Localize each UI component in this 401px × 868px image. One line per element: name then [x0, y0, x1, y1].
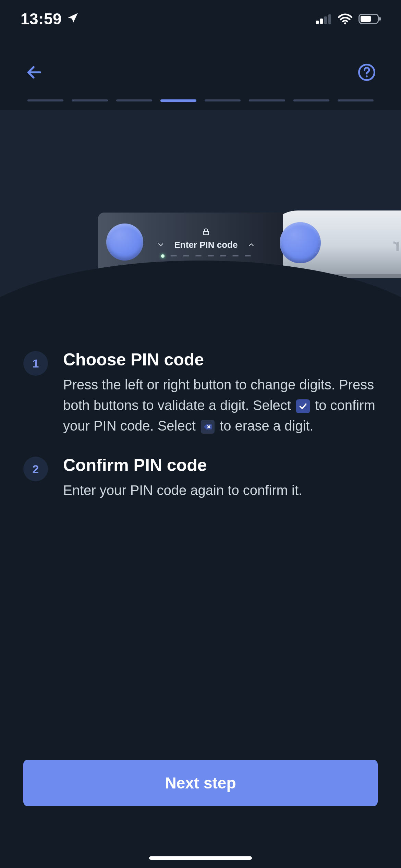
- chevron-up-icon: [247, 241, 255, 249]
- status-right: [316, 13, 381, 25]
- step-description: Press the left or right button to change…: [63, 374, 378, 436]
- step-title: Confirm PIN code: [63, 455, 302, 475]
- status-left: 13:59: [21, 10, 79, 28]
- device-left-button: [106, 224, 143, 261]
- ledger-device: ger Enter PIN code: [98, 213, 401, 278]
- progress-seg: [293, 99, 329, 101]
- arrow-left-icon: [25, 63, 43, 82]
- device-screen: Enter PIN code: [149, 221, 263, 264]
- svg-rect-0: [316, 21, 319, 24]
- step-number: 2: [23, 457, 48, 481]
- progress-bar: [27, 99, 374, 102]
- battery-icon: [359, 14, 381, 24]
- brand-hint: ger: [393, 234, 401, 255]
- pin-dots: [161, 254, 251, 258]
- step-body: Confirm PIN code Enter your PIN code aga…: [63, 455, 302, 501]
- status-time: 13:59: [21, 10, 62, 28]
- step-description: Enter your PIN code again to confirm it.: [63, 480, 302, 501]
- wifi-icon: [337, 13, 353, 25]
- progress-seg: [338, 99, 374, 101]
- step-number: 1: [23, 351, 48, 376]
- progress-seg: [205, 99, 241, 101]
- home-indicator: [149, 856, 252, 860]
- svg-rect-3: [328, 14, 331, 24]
- svg-rect-1: [320, 19, 323, 24]
- svg-point-10: [366, 75, 367, 77]
- back-button[interactable]: [22, 60, 47, 85]
- step-desc-part: to erase a digit.: [220, 418, 314, 433]
- check-icon: [296, 399, 310, 413]
- cellular-icon: [316, 14, 332, 24]
- instruction-step: 2 Confirm PIN code Enter your PIN code a…: [23, 455, 378, 501]
- svg-rect-2: [324, 16, 327, 24]
- location-icon: [66, 10, 79, 28]
- progress-seg-active: [160, 99, 196, 102]
- instruction-list: 1 Choose PIN code Press the left or righ…: [23, 350, 378, 501]
- hero-illustration: ger Enter PIN code: [0, 110, 401, 302]
- lock-icon: [202, 227, 210, 238]
- svg-rect-7: [379, 17, 381, 21]
- next-step-label: Next step: [165, 774, 236, 792]
- progress-seg: [27, 99, 63, 101]
- svg-rect-11: [203, 231, 208, 234]
- chevron-down-icon: [157, 241, 165, 249]
- svg-rect-6: [361, 16, 371, 22]
- progress-seg: [72, 99, 108, 101]
- step-body: Choose PIN code Press the left or right …: [63, 350, 378, 436]
- progress-seg: [116, 99, 152, 101]
- help-button[interactable]: [354, 60, 379, 85]
- instruction-step: 1 Choose PIN code Press the left or righ…: [23, 350, 378, 436]
- step-title: Choose PIN code: [63, 350, 378, 370]
- backspace-icon: [201, 420, 215, 434]
- help-icon: [357, 63, 376, 83]
- status-bar: 13:59: [0, 0, 401, 38]
- device-right-button: [280, 222, 321, 263]
- nav-row: [0, 57, 401, 88]
- svg-point-4: [344, 22, 346, 24]
- progress-seg: [249, 99, 285, 101]
- device-screen-title: Enter PIN code: [174, 240, 238, 250]
- next-step-button[interactable]: Next step: [23, 760, 378, 806]
